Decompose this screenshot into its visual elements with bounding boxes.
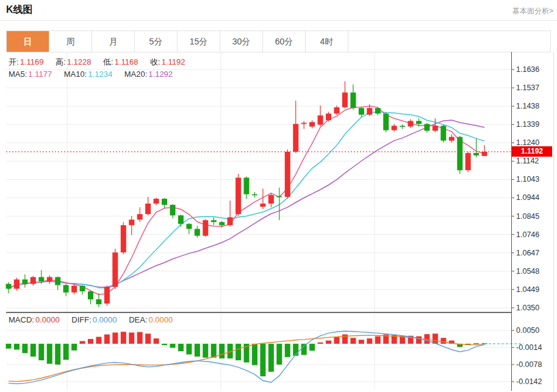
macd-bar <box>112 333 118 344</box>
low-value: 1.1168 <box>115 57 138 66</box>
ma20-label: MA20: <box>124 69 148 79</box>
kline-widget: K线图 基本面分析> 日 周 月 5分 15分 30分 60分 4时 1.163… <box>0 0 557 392</box>
candle <box>473 153 479 155</box>
ma5-label: MA5: <box>9 69 27 79</box>
y-axis-label: 0.0050 <box>516 326 539 335</box>
macd-bar <box>252 344 257 365</box>
macd-bar <box>276 344 282 365</box>
macd-bar <box>14 344 20 350</box>
candle <box>367 108 372 115</box>
y-axis-label: -0.0142 <box>516 377 542 386</box>
diff-label: DIFF: <box>71 315 92 324</box>
y-axis-label: 1.1339 <box>516 120 539 129</box>
candle <box>252 194 257 196</box>
macd-value: 0.0000 <box>35 315 60 324</box>
candle <box>211 220 217 222</box>
macd-bar <box>473 343 479 344</box>
candle <box>47 277 52 282</box>
y-axis-label: 1.0449 <box>516 285 539 294</box>
macd-bar <box>145 333 151 344</box>
macd-bar <box>350 338 356 344</box>
macd-bar <box>22 344 27 353</box>
candle <box>88 291 93 299</box>
macd-bar <box>367 338 372 344</box>
candle <box>121 225 126 252</box>
candle <box>63 285 69 293</box>
candle <box>433 126 438 130</box>
candle <box>342 93 348 107</box>
macd-bar <box>6 344 12 349</box>
candle <box>219 222 225 225</box>
candle <box>449 137 455 141</box>
macd-bar <box>121 332 126 344</box>
candle <box>31 277 36 284</box>
close-value: 1.1192 <box>162 57 185 66</box>
y-axis-label: 1.1537 <box>516 84 539 92</box>
candle <box>6 284 12 289</box>
macd-bar <box>80 341 85 344</box>
macd-bar <box>203 344 208 358</box>
macd-bar <box>55 344 60 365</box>
candle <box>309 122 315 126</box>
macd-bar <box>31 344 36 357</box>
candle <box>203 220 208 236</box>
macd-bar <box>195 344 200 357</box>
macd-bar <box>38 344 44 360</box>
macd-bar <box>88 339 93 344</box>
macd-bar <box>211 344 217 358</box>
macd-bar <box>137 332 143 344</box>
candle <box>392 126 397 130</box>
right-border <box>553 52 554 392</box>
open-value: 1.1169 <box>20 57 44 66</box>
macd-bar <box>285 344 290 357</box>
y-axis-label: 1.1438 <box>516 102 539 110</box>
macd-bar <box>268 344 274 372</box>
candle <box>38 277 44 282</box>
candle <box>440 126 446 140</box>
y-axis-label: 1.0350 <box>516 304 539 312</box>
candle <box>137 214 143 219</box>
low-label: 低: <box>103 57 113 66</box>
y-axis-label: 1.0548 <box>516 267 539 276</box>
open-label: 开: <box>9 57 19 66</box>
y-axis-label: 1.1043 <box>516 175 539 184</box>
candle <box>195 229 200 236</box>
candle <box>408 121 414 126</box>
macd-legend: MACD:0.0000 DIFF:0.0000 DEA:0.0000 <box>9 315 182 324</box>
macd-label: MACD: <box>9 315 34 324</box>
y-axis-label: -0.0014 <box>516 343 542 352</box>
y-axis-label: 1.1636 <box>516 65 539 74</box>
candle <box>465 153 471 170</box>
macd-bar <box>260 344 265 376</box>
candle <box>162 199 167 205</box>
high-label: 高: <box>56 57 66 66</box>
candle <box>326 113 331 120</box>
candle <box>228 217 233 225</box>
candle <box>318 115 323 124</box>
candle <box>260 204 265 207</box>
candle <box>424 124 429 130</box>
candle <box>285 152 290 197</box>
macd-bar <box>416 337 422 344</box>
ma5-value: 1.1177 <box>28 69 52 79</box>
macd-bar <box>47 344 52 364</box>
macd-bar <box>162 344 167 345</box>
candle <box>457 137 462 171</box>
macd-bar <box>219 344 225 358</box>
macd-bar <box>334 337 340 344</box>
macd-bar <box>96 337 101 344</box>
macd-bar <box>71 344 77 351</box>
close-label: 收: <box>150 57 160 66</box>
macd-bar <box>154 338 159 344</box>
candle <box>400 126 405 127</box>
ma10-line <box>9 112 484 288</box>
high-value: 1.1228 <box>67 57 92 66</box>
macd-bar <box>309 344 315 351</box>
candle <box>235 177 241 214</box>
diff-value: 0.0000 <box>93 315 117 324</box>
candle <box>55 277 60 285</box>
ma5-line <box>9 106 484 294</box>
ma-legend: MA5:1.1177 MA10:1.1234 MA20:1.1292 <box>9 69 182 79</box>
candle <box>350 93 356 109</box>
candle <box>154 199 159 204</box>
